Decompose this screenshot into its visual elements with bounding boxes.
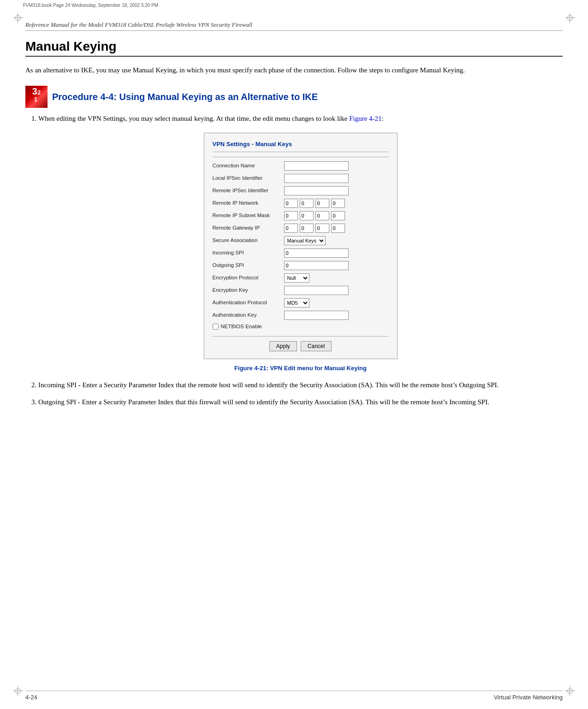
select-secure-assoc[interactable]: Manual Keys IKE — [284, 236, 326, 245]
list-item-1: When editing the VPN Settings, you may s… — [38, 113, 563, 373]
field-label-connection-name: Connection Name — [213, 162, 284, 170]
footer-left: 4-24 — [25, 694, 37, 701]
ip-gateway-1[interactable] — [300, 224, 314, 233]
ip-subnet-1[interactable] — [300, 211, 314, 220]
apply-button[interactable]: Apply — [269, 341, 297, 351]
list-item-3: Outgoing SPI - Enter a Security Paramete… — [38, 397, 563, 408]
header-rule — [25, 30, 563, 31]
footer: 4-24 Virtual Private Networking — [25, 691, 563, 701]
input-encryption-key[interactable] — [284, 286, 349, 295]
ip-group-gateway — [284, 224, 346, 233]
field-label-incoming-spi: Incoming SPI — [213, 249, 284, 257]
field-row-remote-ip-network: Remote IP Network — [213, 198, 389, 208]
checkbox-netbios[interactable] — [213, 324, 219, 330]
vpn-panel: VPN Settings - Manual Keys Connection Na… — [204, 133, 398, 360]
vpn-panel-title: VPN Settings - Manual Keys — [213, 140, 389, 152]
field-row-secure-assoc: Secure Association Manual Keys IKE — [213, 236, 389, 246]
header-text: Reference Manual for the Model FVM318 Ca… — [25, 18, 563, 30]
field-row-remote-gateway: Remote Gateway IP — [213, 223, 389, 233]
select-auth-proto[interactable]: MD5 SHA1 — [284, 298, 309, 307]
list-item-1-prefix: When editing the VPN Settings, you may s… — [38, 115, 349, 122]
input-auth-key[interactable] — [284, 311, 349, 320]
content-area: Reference Manual for the Model FVM318 Ca… — [25, 18, 563, 686]
procedure-icon: 321 — [25, 86, 48, 108]
procedure-icon-inner: 321 — [25, 86, 48, 108]
field-label-remote-ip-network: Remote IP Network — [213, 199, 284, 207]
field-row-remote-ipsec: Remote IPSec Identifier — [213, 186, 389, 196]
list-item-2: Incoming SPI - Enter a Security Paramete… — [38, 380, 563, 390]
figure-link[interactable]: Figure 4-21 — [349, 115, 381, 122]
list-item-1-suffix: : — [382, 115, 384, 122]
field-row-auth-proto: Authentication Protocol MD5 SHA1 — [213, 298, 389, 308]
field-label-local-ipsec: Local IPSec Identifier — [213, 174, 284, 183]
footer-right: Virtual Private Networking — [494, 694, 563, 701]
input-remote-ipsec[interactable] — [284, 186, 349, 195]
main-list: When editing the VPN Settings, you may s… — [38, 113, 563, 408]
ip-gateway-3[interactable] — [331, 224, 345, 233]
figure-caption: Figure 4-21: VPN Edit menu for Manual Ke… — [234, 364, 367, 373]
ip-network-0[interactable] — [284, 199, 298, 208]
page-container: FVM318.book Page 24 Wednesday, September… — [0, 0, 588, 709]
procedure-block: 321 Procedure 4-4: Using Manual Keying a… — [25, 86, 563, 108]
checkbox-label-netbios: NETBIOS Enable — [221, 323, 262, 331]
field-label-auth-proto: Authentication Protocol — [213, 299, 284, 307]
field-label-encryption-proto: Encryption Protocol — [213, 274, 284, 282]
field-label-outgoing-spi: Outgoing SPI — [213, 261, 284, 270]
ip-subnet-0[interactable] — [284, 211, 298, 220]
select-encryption-proto[interactable]: Null DES 3DES — [284, 273, 309, 283]
field-label-remote-gateway: Remote Gateway IP — [213, 224, 284, 232]
field-label-secure-assoc: Secure Association — [213, 236, 284, 245]
procedure-heading: Procedure 4-4: Using Manual Keying as an… — [52, 92, 318, 102]
field-label-remote-ipsec: Remote IPSec Identifier — [213, 187, 284, 195]
corner-mark-tr — [565, 13, 575, 23]
field-label-encryption-key: Encryption Key — [213, 286, 284, 295]
input-incoming-spi[interactable] — [284, 248, 349, 258]
vpn-buttons: Apply Cancel — [213, 336, 389, 351]
field-row-encryption-proto: Encryption Protocol Null DES 3DES — [213, 273, 389, 283]
field-label-remote-subnet: Remote IP Subnet Mask — [213, 212, 284, 220]
vpn-fields-rule — [213, 157, 389, 157]
field-row-remote-subnet: Remote IP Subnet Mask — [213, 211, 389, 221]
field-row-local-ipsec: Local IPSec Identifier — [213, 173, 389, 183]
main-heading-rule — [25, 56, 563, 57]
ip-network-2[interactable] — [315, 199, 329, 208]
corner-mark-bl — [13, 686, 23, 696]
input-local-ipsec[interactable] — [284, 174, 349, 183]
cancel-button[interactable]: Cancel — [301, 341, 332, 351]
input-outgoing-spi[interactable] — [284, 261, 349, 270]
field-label-auth-key: Authentication Key — [213, 311, 284, 319]
corner-mark-br — [565, 686, 575, 696]
ip-subnet-2[interactable] — [315, 211, 329, 220]
ip-gateway-0[interactable] — [284, 224, 298, 233]
main-heading: Manual Keying — [25, 39, 563, 54]
field-row-connection-name: Connection Name — [213, 161, 389, 171]
input-connection-name[interactable] — [284, 161, 349, 171]
field-row-auth-key: Authentication Key — [213, 310, 389, 320]
vpn-panel-wrapper: VPN Settings - Manual Keys Connection Na… — [38, 133, 563, 373]
ip-subnet-3[interactable] — [331, 211, 345, 220]
checkbox-row-netbios: NETBIOS Enable — [213, 323, 389, 331]
corner-mark-tl — [13, 13, 23, 23]
field-row-incoming-spi: Incoming SPI — [213, 248, 389, 258]
field-row-encryption-key: Encryption Key — [213, 285, 389, 295]
ip-group-network — [284, 199, 346, 208]
ip-gateway-2[interactable] — [315, 224, 329, 233]
field-row-outgoing-spi: Outgoing SPI — [213, 260, 389, 271]
procedure-icon-text: 321 — [32, 86, 41, 107]
body-intro: As an alternative to IKE, you may use Ma… — [25, 65, 563, 76]
file-label: FVM318.book Page 24 Wednesday, September… — [23, 3, 158, 8]
ip-network-1[interactable] — [300, 199, 314, 208]
ip-network-3[interactable] — [331, 199, 345, 208]
ip-group-subnet — [284, 211, 346, 220]
